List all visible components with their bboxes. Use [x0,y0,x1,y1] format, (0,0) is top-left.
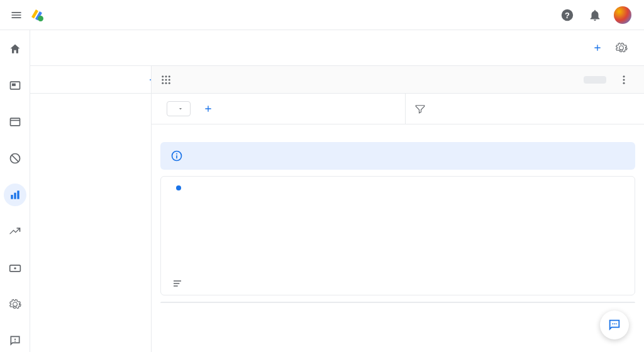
adsense-logo-icon [30,8,45,23]
more-vert-icon [618,74,630,85]
filter-icon [414,103,426,114]
notifications-button[interactable] [584,4,606,26]
breakdown-dropdown[interactable] [167,101,191,116]
info-icon [170,150,183,162]
rail-settings[interactable] [4,293,26,316]
apps-icon [160,74,172,85]
plus-icon [147,74,152,86]
date-range-bar [30,30,644,66]
svg-rect-10 [17,190,19,199]
rail-reports[interactable] [4,184,26,206]
payments-icon [9,261,21,274]
plus-icon [592,43,602,53]
youtube-banner [160,142,635,170]
chat-icon [608,318,621,332]
svg-text:?: ? [565,10,570,19]
svg-point-16 [165,75,167,77]
rail-feedback[interactable] [4,329,26,352]
gear-icon [9,298,21,311]
svg-point-22 [165,82,167,84]
add-comparison-button[interactable] [592,43,606,53]
reports-sidebar [30,66,152,352]
rail-payments[interactable] [4,256,26,279]
legend-icon [172,278,182,289]
gear-icon [615,41,628,54]
svg-rect-29 [176,155,177,158]
hamburger-icon [10,9,23,21]
svg-point-14 [14,341,16,342]
svg-point-24 [623,75,625,77]
left-rail [0,30,30,352]
svg-rect-3 [12,84,16,86]
search-reports-input[interactable] [42,75,147,84]
trending-up-icon [9,225,21,238]
svg-point-15 [162,75,164,77]
svg-rect-8 [11,195,13,199]
rail-home[interactable] [4,38,26,60]
svg-point-12 [14,267,16,269]
add-report-button[interactable] [147,69,152,91]
menu-button[interactable] [5,4,28,26]
svg-rect-9 [14,193,16,199]
rail-block[interactable] [4,147,26,170]
series-dot-icon [176,185,181,190]
svg-point-20 [169,79,170,80]
plus-icon [203,104,213,114]
ads-icon [9,79,21,92]
content-header [152,66,644,94]
rail-optimization[interactable] [4,220,26,243]
svg-point-30 [612,323,613,324]
caret-down-icon [177,106,184,112]
home-icon [9,43,21,55]
svg-point-19 [165,79,167,80]
feedback-icon [9,334,21,347]
filter-input[interactable] [432,104,635,114]
table-header [160,302,635,303]
sites-icon [9,116,21,128]
search-reports-row [30,66,151,94]
svg-point-26 [623,82,625,84]
feedback-fab[interactable] [600,311,629,339]
report-content [152,66,644,352]
svg-point-23 [169,82,170,84]
account-button[interactable] [611,4,634,26]
bell-icon [588,8,602,22]
svg-point-17 [169,75,170,77]
svg-line-7 [12,155,18,162]
chart-area[interactable] [171,195,625,290]
content-more-button[interactable] [613,69,635,91]
help-icon: ? [560,8,574,22]
svg-point-32 [616,323,617,324]
svg-point-25 [623,79,625,80]
top-bar: ? [0,0,644,30]
breakdown-row [152,94,644,124]
report-settings-button[interactable] [610,36,633,59]
metrics-row [152,124,644,140]
product-logo[interactable] [30,8,49,23]
help-button[interactable]: ? [556,4,579,26]
rail-sites[interactable] [4,111,26,133]
bar-chart-icon [9,189,21,201]
svg-point-31 [614,323,615,324]
add-breakdown-button[interactable] [203,104,216,114]
rail-ads[interactable] [4,74,26,97]
svg-point-28 [176,153,177,155]
block-icon [9,152,21,165]
chart-card [160,176,635,295]
avatar-icon [614,6,631,24]
svg-point-21 [162,82,164,84]
svg-rect-4 [10,118,19,126]
save-button[interactable] [584,76,606,84]
svg-point-18 [162,79,164,80]
